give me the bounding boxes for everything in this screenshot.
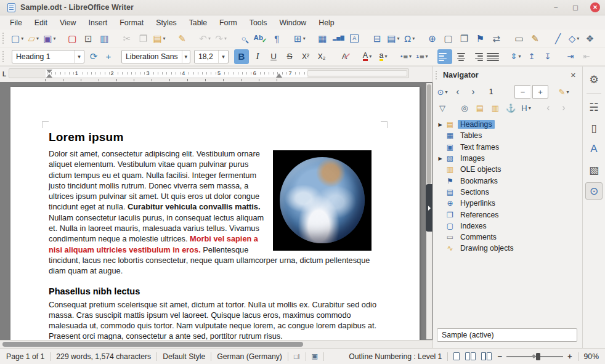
toolbar-grip[interactable] xyxy=(2,51,6,62)
content-navigation-view-button[interactable]: ◎ xyxy=(458,101,471,115)
track-changes-button[interactable]: ✎ xyxy=(528,31,543,46)
increase-paragraph-spacing-button[interactable]: ↥ xyxy=(524,49,539,64)
insert-footnote-button[interactable]: ▢ xyxy=(441,31,456,46)
open-button[interactable]: ▱ xyxy=(26,31,41,46)
chevron-down-icon[interactable] xyxy=(182,51,190,63)
superscript-button[interactable]: X² xyxy=(298,49,313,64)
close-button[interactable]: ✕ xyxy=(590,2,600,12)
special-character-button[interactable]: Ω xyxy=(402,31,417,46)
tab-stop-selector[interactable]: L xyxy=(2,71,6,78)
zoom-percent[interactable]: 90% xyxy=(584,352,599,361)
heading-levels-button[interactable]: H xyxy=(519,101,533,115)
horizontal-scrollbar[interactable] xyxy=(0,340,432,348)
zoom-in-button[interactable]: + xyxy=(567,352,572,361)
page[interactable]: Lorem ipsum Dolor sit amet, consectetur … xyxy=(10,87,420,348)
vertical-scrollbar-thumb[interactable] xyxy=(427,84,431,184)
earth-image[interactable] xyxy=(273,150,372,251)
update-style-button[interactable]: ⟳ xyxy=(86,49,101,64)
promote-level-button[interactable]: ‹ xyxy=(542,101,555,115)
book-view-button[interactable] xyxy=(481,352,492,360)
find-replace-button[interactable]: ○ xyxy=(237,31,251,46)
paragraph-style-combo[interactable]: Heading 1 xyxy=(12,50,84,63)
print-button[interactable]: ⊡ xyxy=(81,31,95,46)
underline-button[interactable]: U xyxy=(266,49,281,64)
navigator-document-selector[interactable]: Sample (active) xyxy=(437,328,577,342)
toolbar-grip[interactable] xyxy=(2,33,6,44)
expand-arrow-icon[interactable] xyxy=(436,156,445,161)
clone-formatting-button[interactable]: ✎ xyxy=(175,31,190,46)
header-button[interactable]: ▤ xyxy=(473,101,487,115)
insert-chart-button[interactable]: ▂▅▇ xyxy=(331,31,346,46)
spell-check-button[interactable]: Ab xyxy=(253,31,269,46)
align-right-button[interactable] xyxy=(469,49,484,64)
bold-button[interactable]: B xyxy=(234,49,249,64)
clear-formatting-button[interactable]: A xyxy=(337,49,352,64)
previous-button[interactable]: ‹ xyxy=(451,85,465,99)
horizontal-ruler[interactable]: 1234567 xyxy=(9,68,409,78)
horizontal-scrollbar-thumb[interactable] xyxy=(2,342,303,347)
document-area[interactable]: Lorem ipsum Dolor sit amet, consectetur … xyxy=(0,82,432,348)
sidebar-hide-handle[interactable] xyxy=(426,184,432,232)
list-box-minus-button[interactable]: − xyxy=(514,85,530,99)
formatting-marks-button[interactable]: ¶ xyxy=(269,31,284,46)
align-center-button[interactable] xyxy=(453,49,468,64)
navigate-by-button[interactable]: ⊙ xyxy=(436,85,449,99)
sidebar-navigator-tab[interactable]: ⊙ xyxy=(585,182,603,200)
restore-button[interactable]: ◻ xyxy=(570,2,580,12)
expand-arrow-icon[interactable] xyxy=(436,122,445,127)
right-indent-marker[interactable] xyxy=(276,73,282,78)
drag-mode-button[interactable]: ✎ xyxy=(557,85,570,99)
insert-image-button[interactable]: ▦ xyxy=(315,31,330,46)
bullet-list-button[interactable]: ≡ xyxy=(399,49,413,64)
page-break-button[interactable]: ⊟ xyxy=(370,31,384,46)
cross-reference-button[interactable]: ⇄ xyxy=(489,31,504,46)
insert-bookmark-button[interactable]: ⚑ xyxy=(473,31,488,46)
new-style-button[interactable]: + xyxy=(101,49,116,64)
align-left-button[interactable] xyxy=(437,49,452,64)
paragraph-2[interactable]: Consequat pretium scelerisque sit amet, … xyxy=(49,299,381,342)
decrease-paragraph-spacing-button[interactable]: ↧ xyxy=(540,49,555,64)
page-style[interactable]: Default Style xyxy=(163,352,205,361)
text-language[interactable]: German (Germany) xyxy=(217,352,282,361)
decrease-indent-button[interactable]: ⇤ xyxy=(579,49,594,64)
cut-button[interactable]: ✂ xyxy=(120,31,134,46)
single-page-view-button[interactable] xyxy=(453,352,460,360)
chevron-down-icon[interactable] xyxy=(74,51,84,63)
insert-table-button[interactable]: ⊞ xyxy=(292,31,307,46)
undo-button[interactable]: ↶ xyxy=(198,31,213,46)
strikethrough-button[interactable]: S xyxy=(282,49,297,64)
first-line-indent-marker[interactable] xyxy=(46,70,52,73)
document-modified-icon[interactable]: ▣ xyxy=(312,352,318,360)
font-color-button[interactable]: A xyxy=(360,49,375,64)
save-button[interactable]: ▣ xyxy=(42,31,57,46)
justify-button[interactable] xyxy=(485,49,500,64)
italic-button[interactable]: I xyxy=(250,49,265,64)
subscript-button[interactable]: X₂ xyxy=(314,49,329,64)
selection-mode-icon[interactable]: □I xyxy=(294,353,300,360)
list-box-plus-button[interactable]: + xyxy=(532,85,548,99)
paragraph-1[interactable]: Dolor sit amet, consectetur adipiscing e… xyxy=(49,148,381,277)
zoom-slider[interactable] xyxy=(506,356,563,357)
sidebar-gallery-tab[interactable]: ▧ xyxy=(585,161,603,179)
document-heading-2[interactable]: Phasellus nibh lectus xyxy=(49,286,381,296)
insert-comment-button[interactable]: ▭ xyxy=(512,31,527,46)
page-count[interactable]: Page 1 of 1 xyxy=(6,352,44,361)
insert-textbox-button[interactable]: A xyxy=(347,31,362,46)
highlight-color-button[interactable]: a xyxy=(376,49,391,64)
copy-button[interactable]: ❐ xyxy=(136,31,150,46)
insert-endnote-button[interactable]: ❐ xyxy=(457,31,472,46)
word-count[interactable]: 229 words, 1,574 characters xyxy=(56,352,151,361)
redo-button[interactable]: ↷ xyxy=(214,31,229,46)
paste-button[interactable]: ▤ xyxy=(152,31,166,46)
font-name-combo[interactable]: Liberation Sans xyxy=(121,50,190,63)
sidebar-settings-tab[interactable]: ⚙ xyxy=(585,71,603,88)
insert-hyperlink-button[interactable]: ⊕ xyxy=(425,31,440,46)
zoom-slider-thumb[interactable] xyxy=(536,353,540,360)
increase-indent-button[interactable]: ⇥ xyxy=(563,49,578,64)
new-document-button[interactable]: ▢ xyxy=(10,31,25,46)
panel-grip[interactable] xyxy=(436,71,439,79)
footer-button[interactable]: ▥ xyxy=(489,101,502,115)
font-size-combo[interactable]: 18,2 xyxy=(194,50,229,63)
minimize-button[interactable]: − xyxy=(551,2,561,12)
left-indent-marker[interactable] xyxy=(46,74,52,78)
